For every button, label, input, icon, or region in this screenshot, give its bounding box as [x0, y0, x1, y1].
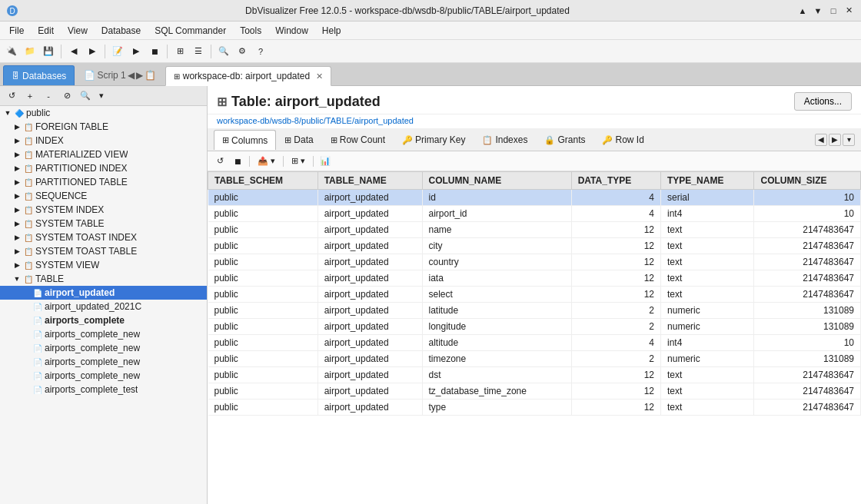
tree-node-index[interactable]: ▶ 📋 INDEX — [0, 134, 207, 148]
toolbar-forward-btn[interactable]: ▶ — [84, 43, 101, 60]
tab-columns[interactable]: ⊞ Columns — [214, 130, 276, 150]
expand-toast-index[interactable]: ▶ — [12, 233, 22, 242]
tree-node-airports-new-1[interactable]: 📄 airports_complete_new — [0, 327, 207, 341]
table-row[interactable]: publicairport_updatedtimezone2numeric131… — [208, 351, 861, 367]
expand-part-table[interactable]: ▶ — [12, 177, 22, 187]
window-controls[interactable]: ▲ ▼ □ ✕ — [796, 5, 855, 17]
toolbar-save-btn[interactable]: 💾 — [40, 43, 57, 60]
expand-airport-updated[interactable] — [22, 288, 31, 297]
expand-sys-view[interactable]: ▶ — [12, 260, 22, 270]
grid-dropdown[interactable]: ⊞ ▾ — [288, 154, 309, 169]
tab-grants[interactable]: 🔒 Grants — [536, 130, 593, 150]
tree-node-airport-2021[interactable]: 📄 airport_updated_2021C — [0, 300, 207, 313]
toolbar-script-btn[interactable]: 📝 — [109, 43, 126, 60]
menu-database[interactable]: Database — [95, 24, 147, 38]
tree-node-sys-view[interactable]: ▶ 📋 SYSTEM VIEW — [0, 258, 207, 272]
tab-nav-menu[interactable]: ▾ — [843, 134, 855, 146]
tab-row-id[interactable]: 🔑 Row Id — [593, 130, 652, 150]
table-row[interactable]: publicairport_updatedlongitude2numeric13… — [208, 319, 861, 335]
toolbar-filter-btn[interactable]: 🔍 — [215, 43, 232, 60]
tree-node-sys-index[interactable]: ▶ 📋 SYSTEM INDEX — [0, 203, 207, 217]
table-row[interactable]: publicairport_updatedcity12text214748364… — [208, 238, 861, 254]
col-header-size[interactable]: COLUMN_SIZE — [754, 172, 861, 190]
expand-toast-table[interactable]: ▶ — [12, 247, 22, 256]
col-header-typename[interactable]: TYPE_NAME — [661, 172, 754, 190]
toolbar-settings-btn[interactable]: ⚙ — [234, 43, 251, 60]
table-row[interactable]: publicairport_updatediata12text214748364… — [208, 270, 861, 287]
toolbar-grid-btn[interactable]: ⊞ — [171, 43, 188, 60]
tree-node-airports-complete[interactable]: 📄 airports_complete — [0, 313, 207, 327]
table-view-btn[interactable]: 📊 — [317, 154, 333, 169]
menu-edit[interactable]: Edit — [32, 24, 60, 38]
table-row[interactable]: publicairport_updatedtz_database_time_zo… — [208, 383, 861, 400]
panel-nav-right[interactable]: ▶ — [136, 70, 143, 81]
tree-node-public[interactable]: ▼ 🔷 public — [0, 106, 207, 120]
toolbar-open-btn[interactable]: 📁 — [22, 43, 38, 60]
table-row[interactable]: publicairport_updatedlatitude2numeric131… — [208, 303, 861, 319]
menu-window[interactable]: Window — [269, 24, 314, 38]
sidebar-refresh-btn[interactable]: ↺ — [3, 88, 20, 104]
tab-indexes[interactable]: 📋 Indexes — [474, 130, 536, 150]
tree-node-airport-updated[interactable]: 📄 airport_updated — [0, 286, 207, 300]
tab-data[interactable]: ⊞ Data — [276, 130, 321, 150]
panel-nav-left[interactable]: ◀ — [128, 70, 135, 81]
maximize-btn[interactable]: ▼ — [812, 5, 824, 17]
refresh-btn[interactable]: ↺ — [212, 154, 228, 169]
expand-table-folder[interactable]: ▼ — [12, 274, 22, 284]
tree-node-sys-table[interactable]: ▶ 📋 SYSTEM TABLE — [0, 217, 207, 230]
sidebar-filter-btn[interactable]: 🔍 — [77, 88, 94, 104]
tab-row-count[interactable]: ⊞ Row Count — [322, 130, 394, 150]
toolbar-list-btn[interactable]: ☰ — [190, 43, 207, 60]
expand-sys-table[interactable]: ▶ — [12, 219, 22, 228]
toolbar-connect-btn[interactable]: 🔌 — [3, 43, 20, 60]
col-header-datatype[interactable]: DATA_TYPE — [571, 172, 660, 190]
toolbar-help-btn[interactable]: ? — [252, 43, 269, 60]
close-btn[interactable]: ✕ — [843, 5, 855, 17]
table-row[interactable]: publicairport_updatedtype12text214748364… — [208, 400, 861, 416]
table-row[interactable]: publicairport_updateddst12text2147483647 — [208, 367, 861, 383]
export-dropdown[interactable]: 📤 ▾ — [254, 154, 279, 169]
tab-nav-left[interactable]: ◀ — [815, 134, 827, 146]
menu-sql-commander[interactable]: SQL Commander — [148, 24, 232, 38]
tree-node-part-index[interactable]: ▶ 📋 PARTITIONED INDEX — [0, 161, 207, 175]
sidebar-add-btn[interactable]: + — [22, 88, 38, 104]
tab-nav-right[interactable]: ▶ — [829, 134, 841, 146]
tree-node-airports-new-4[interactable]: 📄 airports_complete_new — [0, 369, 207, 383]
sidebar-more-btn[interactable]: ▾ — [95, 88, 108, 104]
table-row[interactable]: publicairport_updatedname12text214748364… — [208, 222, 861, 238]
tree-node-toast-index[interactable]: ▶ 📋 SYSTEM TOAST INDEX — [0, 230, 207, 244]
tree-node-part-table[interactable]: ▶ 📋 PARTITIONED TABLE — [0, 175, 207, 189]
toolbar-back-btn[interactable]: ◀ — [65, 43, 82, 60]
expand-mat-view[interactable]: ▶ — [12, 150, 22, 159]
stop-btn[interactable]: ⏹ — [230, 154, 245, 169]
tree-node-mat-view[interactable]: ▶ 📋 MATERIALIZED VIEW — [0, 148, 207, 161]
tree-node-airports-new-3[interactable]: 📄 airports_complete_new — [0, 355, 207, 369]
actions-button[interactable]: Actions... — [794, 92, 852, 111]
sidebar-disconnect-btn[interactable]: ⊘ — [58, 88, 75, 104]
table-row[interactable]: publicairport_updatedid4serial10 — [208, 190, 861, 206]
restore-btn[interactable]: □ — [827, 5, 839, 17]
expand-public[interactable]: ▼ — [3, 108, 12, 118]
tab-side-script[interactable]: 📄 Scrip 1 ◀ ▶ 📋 — [78, 65, 161, 85]
sidebar-remove-btn[interactable]: - — [40, 88, 57, 104]
menu-view[interactable]: View — [62, 24, 94, 38]
tree-node-toast-table[interactable]: ▶ 📋 SYSTEM TOAST TABLE — [0, 244, 207, 258]
tab-databases[interactable]: 🗄 Databases — [3, 65, 75, 85]
toolbar-stop-btn[interactable]: ⏹ — [146, 43, 163, 60]
panel-nav-menu[interactable]: 📋 — [145, 70, 156, 81]
expand-sys-index[interactable]: ▶ — [12, 205, 22, 214]
tree-node-table-folder[interactable]: ▼ 📋 TABLE — [0, 272, 207, 286]
col-header-column[interactable]: COLUMN_NAME — [422, 172, 571, 190]
menu-file[interactable]: File — [3, 24, 30, 38]
tree-node-airports-test[interactable]: 📄 airports_complete_test — [0, 383, 207, 396]
col-header-schema[interactable]: TABLE_SCHEM — [208, 172, 318, 190]
expand-part-index[interactable]: ▶ — [12, 164, 22, 173]
expand-airports-complete[interactable] — [22, 316, 31, 325]
tab-primary-key[interactable]: 🔑 Primary Key — [394, 130, 474, 150]
breadcrumb[interactable]: workspace-db/wsdb-8/public/TABLE/airport… — [208, 114, 861, 128]
tab-close-btn[interactable]: ✕ — [316, 71, 323, 81]
tree-node-foreign-table[interactable]: ▶ 📋 FOREIGN TABLE — [0, 120, 207, 134]
menu-tools[interactable]: Tools — [234, 24, 268, 38]
menu-help[interactable]: Help — [316, 24, 347, 38]
table-row[interactable]: publicairport_updatedcountry12text214748… — [208, 254, 861, 270]
